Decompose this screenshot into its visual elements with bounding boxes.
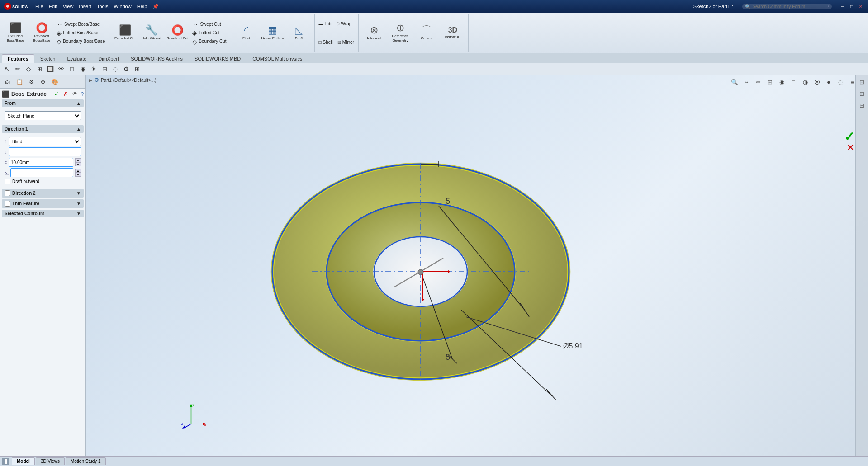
window-controls[interactable]: ─ □ ✕ <box>839 3 864 10</box>
menu-view[interactable]: View <box>63 4 74 9</box>
close-button[interactable]: ✕ <box>857 3 864 10</box>
right-expand-icon[interactable]: ⊞ <box>857 89 867 99</box>
reject-button[interactable]: ✕ <box>847 142 854 153</box>
lighting-button[interactable]: ☀ <box>89 64 99 74</box>
tab-solidworks-addins[interactable]: SOLIDWORKS Add-Ins <box>125 54 189 63</box>
shell-button[interactable]: □ Shell <box>318 39 334 45</box>
draft-angle-spinner[interactable]: ▲ ▼ <box>75 169 81 177</box>
menu-window[interactable]: Window <box>114 4 132 9</box>
intersect-button[interactable]: ⊗ Intersect <box>361 24 387 42</box>
depth-spinner[interactable]: ▲ ▼ <box>75 158 81 166</box>
direction2-section-header[interactable]: Direction 2 ▼ <box>2 189 84 198</box>
depth-up-button[interactable]: ▲ <box>75 158 81 162</box>
viewport-tool-3[interactable]: ✏ <box>753 77 763 87</box>
render-mode-button[interactable]: ◉ <box>78 64 88 74</box>
direction1-reverse-input[interactable] <box>9 147 81 156</box>
reverse-direction-icon[interactable]: ↕ <box>5 149 7 155</box>
draft-up-button[interactable]: ▲ <box>75 169 81 173</box>
display-settings-button[interactable]: ⚙ <box>121 64 131 74</box>
tab-features[interactable]: Features <box>2 54 34 63</box>
sketch-tool-button[interactable]: ✏ <box>13 64 23 74</box>
thin-feature-checkbox[interactable] <box>5 201 10 207</box>
viewport-tool-8[interactable]: ⦿ <box>812 77 822 87</box>
viewport-layout-button[interactable]: ⊞ <box>132 64 142 74</box>
direction2-checkbox[interactable] <box>5 190 10 196</box>
minimize-button[interactable]: ─ <box>839 3 846 10</box>
mirror-button[interactable]: ⊟ Mirror <box>336 39 356 45</box>
tab-dimxpert[interactable]: DimXpert <box>92 54 125 63</box>
display-manager-icon[interactable]: 🎨 <box>50 77 60 87</box>
viewport-tool-5[interactable]: ◉ <box>777 77 787 87</box>
viewport-tool-6[interactable]: □ <box>788 77 798 87</box>
instant3d-button[interactable]: 3D Instant3D <box>440 26 465 40</box>
viewport-tool-4[interactable]: ⊞ <box>765 77 775 87</box>
from-select[interactable]: Sketch Plane <box>5 111 81 120</box>
tab-model[interactable]: Model <box>12 457 35 465</box>
viewport-tool-9[interactable]: ● <box>824 77 834 87</box>
section-view-button[interactable]: ⊟ <box>100 64 109 74</box>
revolved-cut-button[interactable]: ⭕ Revolved Cut <box>165 24 190 42</box>
tab-solidworks-mbd[interactable]: SOLIDWORKS MBD <box>189 54 247 63</box>
selected-contours-section-header[interactable]: Selected Contours ▼ <box>2 210 84 217</box>
draft-down-button[interactable]: ▼ <box>75 173 81 177</box>
right-collapse-icon[interactable]: ⊟ <box>857 100 867 110</box>
search-bar[interactable]: 🔍 ? <box>742 4 832 9</box>
revolved-boss-button[interactable]: ⭕ Revolved Boss/Base <box>29 22 54 43</box>
tab-evaluate[interactable]: Evaluate <box>62 54 93 63</box>
feature-manager-icon[interactable]: 🗂 <box>3 77 13 87</box>
dimxpert-manager-icon[interactable]: ⊕ <box>38 77 48 87</box>
menu-tools[interactable]: Tools <box>97 4 109 9</box>
menu-insert[interactable]: Insert <box>79 4 91 9</box>
rib-button[interactable]: ▬ Rib <box>318 21 333 27</box>
menu-help[interactable]: Help <box>137 4 147 9</box>
viewport[interactable]: ▶ ⚙ Part1 (Default<<Default>...) 🔍 ↔ ✏ ⊞… <box>86 75 868 456</box>
linear-pattern-button[interactable]: ▦ Linear Pattern <box>260 24 285 42</box>
viewport-tool-10[interactable]: ◌ <box>835 77 845 87</box>
depth-down-button[interactable]: ▼ <box>75 162 81 166</box>
from-section-header[interactable]: From ▲ <box>2 99 84 107</box>
relations-button[interactable]: ⊞ <box>34 64 44 74</box>
tab-sketch[interactable]: Sketch <box>34 54 62 63</box>
tab-comsol[interactable]: COMSOL Multiphysics <box>247 54 308 63</box>
hole-wizard-button[interactable]: 🔧 Hole Wizard <box>138 24 164 42</box>
wrap-button[interactable]: ⊙ Wrap <box>335 21 353 27</box>
reference-geometry-button[interactable]: ⊕ Reference Geometry <box>388 22 413 43</box>
select-tool-button[interactable]: ↖ <box>2 64 12 74</box>
draft-outward-checkbox[interactable] <box>5 179 10 184</box>
swept-cut-button[interactable]: 〰 Swept Cut <box>191 20 228 28</box>
extruded-boss-button[interactable]: ⬛ Extruded Boss/Base <box>3 22 28 43</box>
thin-feature-section-header[interactable]: Thin Feature ▼ <box>2 199 84 208</box>
boundary-cut-button[interactable]: ◇ Boundary Cut <box>191 38 228 46</box>
cancel-button[interactable]: ✗ <box>62 90 69 98</box>
draft-button[interactable]: ◺ Draft <box>286 24 312 42</box>
display-button[interactable]: □ <box>67 64 77 74</box>
swept-boss-button[interactable]: 〰 Swept Boss/Base <box>55 20 106 28</box>
lofted-cut-button[interactable]: ◈ Lofted Cut <box>191 29 228 37</box>
property-manager-icon[interactable]: 📋 <box>14 77 24 87</box>
smart-dimension-button[interactable]: ◇ <box>24 64 33 74</box>
menu-file[interactable]: File <box>35 4 43 9</box>
extruded-cut-button[interactable]: ⬛ Extruded Cut <box>112 24 138 42</box>
viewport-tool-2[interactable]: ↔ <box>741 77 751 87</box>
tab-motion-study[interactable]: Motion Study 1 <box>66 457 106 465</box>
fillet-button[interactable]: ◜ Fillet <box>234 24 259 42</box>
view-button[interactable]: 👁 <box>56 64 66 74</box>
snap-button[interactable]: 🔲 <box>45 64 55 74</box>
draft-angle-input[interactable] <box>10 168 73 177</box>
boundary-boss-button[interactable]: ◇ Boundary Boss/Base <box>55 38 106 46</box>
tab-3dviews[interactable]: 3D Views <box>36 457 65 465</box>
direction1-type-select[interactable]: Blind <box>9 137 81 146</box>
menu-edit[interactable]: Edit <box>49 4 57 9</box>
menu-bar[interactable]: File Edit View Insert Tools Window Help … <box>35 4 159 9</box>
viewport-tool-1[interactable]: 🔍 <box>730 77 740 87</box>
menu-pin[interactable]: 📌 <box>152 4 159 9</box>
ok-button[interactable]: ✓ <box>53 90 60 98</box>
direction1-section-header[interactable]: Direction 1 ▲ <box>2 125 84 133</box>
viewport-tool-7[interactable]: ◑ <box>800 77 810 87</box>
preview-button[interactable]: 👁 <box>71 90 79 98</box>
help-icon[interactable]: ? <box>81 91 84 97</box>
curves-button[interactable]: ⌒ Curves <box>414 24 439 42</box>
restore-button[interactable]: □ <box>848 3 855 10</box>
search-input[interactable] <box>752 4 825 9</box>
direction1-depth-input[interactable]: 10.00mm <box>9 158 73 167</box>
